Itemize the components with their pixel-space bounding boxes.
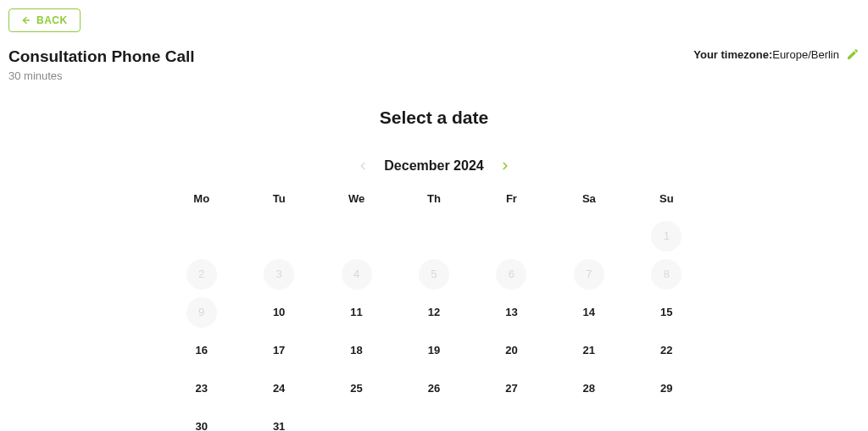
calendar-day[interactable]: 21 xyxy=(574,335,604,366)
calendar-day-disabled: 7 xyxy=(574,259,604,290)
calendar-day[interactable]: 26 xyxy=(419,373,449,404)
calendar-day[interactable]: 25 xyxy=(342,373,372,404)
calendar-day-disabled: 1 xyxy=(651,221,682,251)
page-title: Consultation Phone Call xyxy=(8,47,195,66)
calendar-day[interactable]: 29 xyxy=(651,373,682,404)
day-of-week: Fr xyxy=(473,192,550,217)
calendar-day[interactable]: 17 xyxy=(264,335,294,366)
calendar-day[interactable]: 11 xyxy=(342,297,372,328)
pencil-icon[interactable] xyxy=(846,47,860,61)
calendar-day[interactable]: 14 xyxy=(574,297,604,328)
calendar-day[interactable]: 23 xyxy=(186,373,217,404)
day-of-week: Mo xyxy=(163,192,240,217)
calendar-day[interactable]: 20 xyxy=(496,335,526,366)
chevron-left-icon xyxy=(357,160,369,172)
month-label: December 2024 xyxy=(384,158,483,174)
calendar-day-disabled: 5 xyxy=(419,259,449,290)
timezone-label: Your timezone: xyxy=(693,48,772,61)
calendar-day-disabled: 8 xyxy=(651,259,682,290)
calendar-day[interactable]: 19 xyxy=(419,335,449,366)
select-date-title: Select a date xyxy=(8,108,860,128)
duration-label: 30 minutes xyxy=(8,69,195,82)
timezone-value: Europe/Berlin xyxy=(772,48,839,61)
day-of-week: Tu xyxy=(240,192,317,217)
calendar-day[interactable]: 22 xyxy=(651,335,682,366)
calendar-day[interactable]: 15 xyxy=(651,297,682,328)
day-of-week: Su xyxy=(628,192,705,217)
back-label: BACK xyxy=(36,14,68,26)
back-button[interactable]: BACK xyxy=(8,8,81,32)
day-of-week: We xyxy=(318,192,395,217)
calendar-day[interactable]: 18 xyxy=(342,335,372,366)
calendar: MoTuWeThFrSaSu 1234567891011121314151617… xyxy=(163,192,705,431)
calendar-day-disabled: 4 xyxy=(342,259,372,290)
calendar-day[interactable]: 28 xyxy=(574,373,604,404)
calendar-day-disabled: 6 xyxy=(496,259,526,290)
calendar-day[interactable]: 30 xyxy=(186,412,217,432)
calendar-day[interactable]: 31 xyxy=(264,412,294,432)
calendar-day[interactable]: 24 xyxy=(264,373,294,404)
calendar-day[interactable]: 27 xyxy=(496,373,526,404)
day-of-week: Sa xyxy=(550,192,627,217)
calendar-day-disabled: 9 xyxy=(186,297,217,328)
calendar-day-disabled: 3 xyxy=(264,259,294,290)
day-of-week: Th xyxy=(395,192,472,217)
arrow-left-icon xyxy=(21,15,31,25)
calendar-day-disabled: 2 xyxy=(186,259,217,290)
calendar-day[interactable]: 12 xyxy=(419,297,449,328)
calendar-day[interactable]: 10 xyxy=(264,297,294,328)
timezone-display: Your timezone:Europe/Berlin xyxy=(693,47,860,61)
calendar-day[interactable]: 13 xyxy=(496,297,526,328)
chevron-right-icon[interactable] xyxy=(499,160,511,172)
calendar-day[interactable]: 16 xyxy=(186,335,217,366)
